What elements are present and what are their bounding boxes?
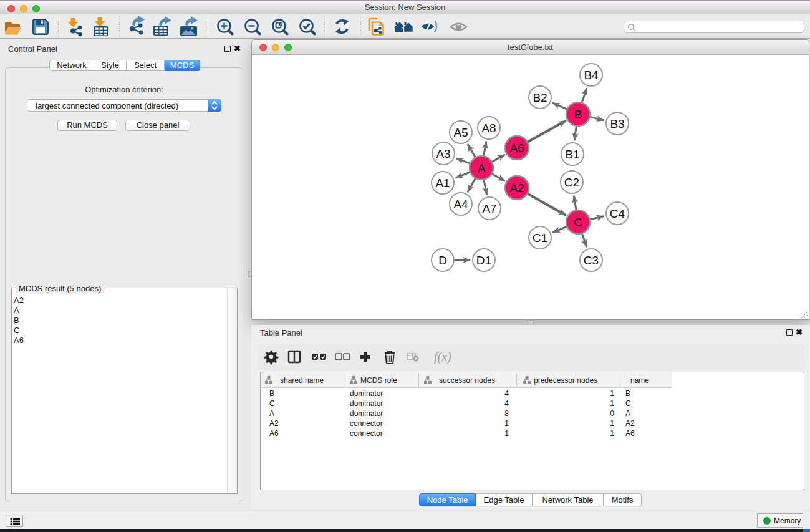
svg-text:B1: B1 (565, 148, 579, 161)
svg-text:B3: B3 (610, 117, 624, 130)
svg-text:C3: C3 (584, 254, 599, 267)
svg-text:A: A (478, 162, 486, 175)
svg-text:C2: C2 (564, 176, 579, 189)
svg-text:B: B (574, 108, 582, 121)
svg-text:C1: C1 (533, 231, 547, 244)
svg-text:A5: A5 (453, 126, 468, 139)
svg-text:C4: C4 (610, 207, 625, 220)
svg-text:A6: A6 (509, 142, 524, 155)
svg-text:A7: A7 (482, 202, 496, 215)
svg-text:f(x): f(x) (434, 350, 451, 364)
svg-text:C: C (574, 216, 582, 229)
svg-text:B4: B4 (584, 69, 599, 82)
svg-text:A3: A3 (436, 147, 450, 160)
svg-text:A4: A4 (453, 198, 468, 211)
svg-text:B2: B2 (533, 91, 547, 104)
svg-text:A2: A2 (509, 181, 524, 195)
svg-text:A1: A1 (435, 177, 450, 190)
svg-text:D1: D1 (476, 254, 491, 267)
svg-text:D: D (438, 254, 447, 267)
svg-text:A8: A8 (481, 122, 496, 135)
